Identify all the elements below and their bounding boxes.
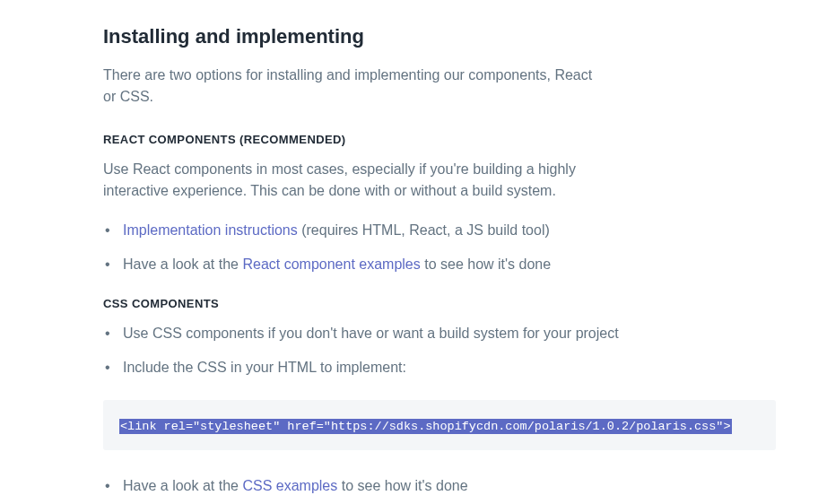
list-item: Implementation instructions (requires HT… [103, 220, 776, 241]
list-item: Use CSS components if you don't have or … [103, 323, 776, 344]
list-item-suffix: (requires HTML, React, a JS build tool) [298, 222, 550, 238]
list-item-suffix: to see how it's done [337, 478, 467, 493]
list-item-suffix: to see how it's done [421, 256, 551, 272]
react-component-examples-link[interactable]: React component examples [242, 256, 420, 272]
list-item: Have a look at the React component examp… [103, 254, 776, 275]
list-item-prefix: Have a look at the [123, 478, 242, 493]
implementation-instructions-link[interactable]: Implementation instructions [123, 222, 298, 238]
css-after-list: Have a look at the CSS examples to see h… [103, 475, 776, 497]
page-title: Installing and implementing [103, 25, 776, 48]
css-examples-link[interactable]: CSS examples [242, 478, 337, 493]
react-section-heading: REACT COMPONENTS (RECOMMENDED) [103, 133, 776, 146]
stylesheet-link-code[interactable]: <link rel="stylesheet" href="https://sdk… [119, 419, 732, 434]
css-list: Use CSS components if you don't have or … [103, 323, 776, 378]
intro-paragraph: There are two options for installing and… [103, 65, 605, 108]
react-section-desc: Use React components in most cases, espe… [103, 159, 605, 202]
list-item: Include the CSS in your HTML to implemen… [103, 357, 776, 378]
list-item-prefix: Have a look at the [123, 256, 242, 272]
react-list: Implementation instructions (requires HT… [103, 220, 776, 275]
list-item: Have a look at the CSS examples to see h… [103, 475, 776, 497]
doc-container: Installing and implementing There are tw… [103, 25, 776, 497]
css-section-heading: CSS COMPONENTS [103, 297, 776, 310]
code-block: <link rel="stylesheet" href="https://sdk… [103, 400, 776, 450]
